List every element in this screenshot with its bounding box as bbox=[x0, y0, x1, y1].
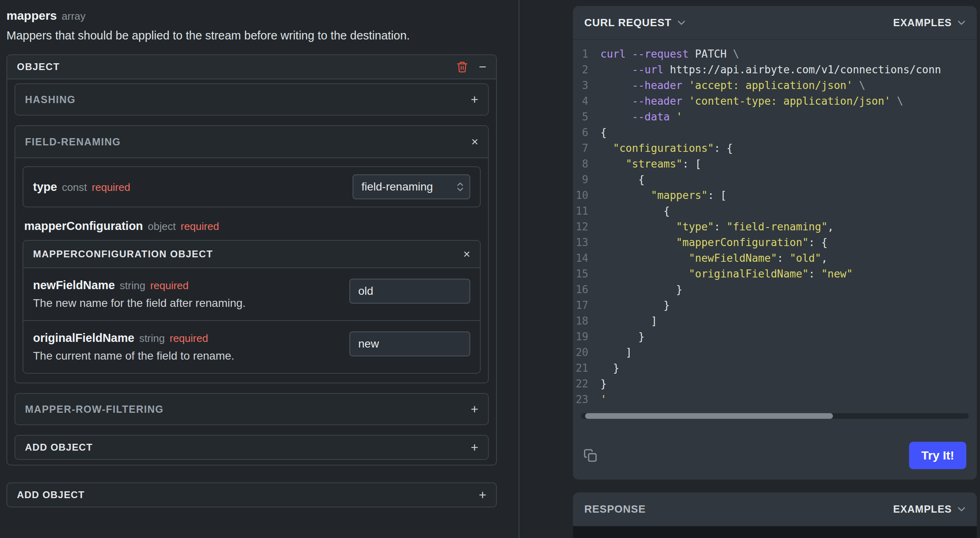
code-line-content: } bbox=[600, 360, 619, 376]
page: mappers array Mappers that should be app… bbox=[0, 0, 980, 538]
required-badge: required bbox=[170, 332, 208, 345]
section-mapper-row-filtering[interactable]: MAPPER-ROW-FILTERING + bbox=[15, 393, 489, 425]
code-line: 12 "type": "field-renaming", bbox=[573, 219, 977, 235]
code-horizontal-scrollbar[interactable] bbox=[581, 413, 969, 419]
code-line: 4 --header 'content-type: application/js… bbox=[573, 93, 977, 109]
copy-icon bbox=[583, 449, 597, 462]
code-line-content: "mappers": [ bbox=[600, 188, 727, 203]
remove-field-renaming-button[interactable]: × bbox=[471, 136, 478, 148]
type-select[interactable]: field-renaming bbox=[353, 174, 470, 199]
required-badge: required bbox=[181, 220, 219, 233]
try-it-button[interactable]: Try It! bbox=[909, 442, 966, 469]
close-mapperconfiguration-button[interactable]: × bbox=[463, 248, 470, 260]
code-line: 22} bbox=[573, 376, 977, 392]
code-line: 2 --url https://api.airbyte.com/v1/conne… bbox=[573, 62, 977, 78]
line-number: 21 bbox=[573, 360, 600, 376]
field-renaming-body: type const required field-renaming bbox=[15, 158, 488, 383]
originalfieldname-description: The current name of the field to rename. bbox=[33, 350, 340, 362]
type-prop-name: type bbox=[33, 180, 57, 194]
curl-panel-header: CURL REQUEST EXAMPLES bbox=[573, 6, 977, 40]
schema-pane: mappers array Mappers that should be app… bbox=[0, 0, 519, 538]
code-line: 15 "originalFieldName": "new" bbox=[573, 266, 977, 282]
api-explorer-pane: CURL REQUEST EXAMPLES 1curl --request PA… bbox=[519, 0, 980, 538]
scrollbar-thumb[interactable] bbox=[585, 413, 833, 419]
code-line-content: } bbox=[600, 298, 670, 313]
newfieldname-label: newFieldName bbox=[33, 279, 115, 292]
line-number: 2 bbox=[573, 62, 600, 78]
code-line: 11 { bbox=[573, 203, 977, 219]
line-number: 3 bbox=[573, 78, 600, 93]
curl-panel-footer: Try It! bbox=[573, 434, 977, 480]
plus-icon: + bbox=[471, 93, 478, 106]
examples-label: EXAMPLES bbox=[893, 17, 952, 29]
newfieldname-description: The new name for the field after renamin… bbox=[33, 297, 340, 310]
required-badge: required bbox=[150, 279, 189, 292]
response-examples-dropdown[interactable]: EXAMPLES bbox=[893, 503, 965, 515]
line-number: 22 bbox=[573, 376, 600, 392]
code-line-content: "type": "field-renaming", bbox=[600, 219, 834, 235]
type-prop-kind: const bbox=[62, 181, 87, 194]
line-number: 4 bbox=[573, 93, 600, 109]
copy-code-button[interactable] bbox=[583, 449, 597, 462]
chevron-down-icon bbox=[677, 20, 685, 25]
curl-request-dropdown[interactable]: CURL REQUEST bbox=[584, 17, 685, 29]
originalfieldname-kind: string bbox=[139, 332, 165, 345]
line-number: 19 bbox=[573, 329, 600, 345]
code-line-content: --header 'accept: application/json' \ bbox=[600, 78, 865, 93]
field-description: Mappers that should be applied to the st… bbox=[6, 29, 497, 42]
mapper-configuration-label: mapperConfiguration object required bbox=[24, 219, 479, 233]
mapperconfiguration-card: MAPPERCONFIGURATION OBJECT × newFieldNam… bbox=[23, 240, 481, 374]
curl-examples-dropdown[interactable]: EXAMPLES bbox=[893, 17, 965, 29]
code-line-content: ] bbox=[600, 345, 632, 360]
code-line: 21 } bbox=[573, 360, 977, 376]
chevron-down-icon bbox=[957, 20, 965, 25]
line-number: 13 bbox=[573, 235, 600, 250]
close-icon: × bbox=[463, 248, 470, 260]
field-heading: mappers array bbox=[6, 9, 497, 23]
response-body bbox=[573, 526, 977, 538]
code-line: 20 ] bbox=[573, 345, 977, 360]
mapper-configuration-kind: object bbox=[148, 220, 176, 233]
response-panel: RESPONSE EXAMPLES bbox=[573, 492, 977, 538]
plus-icon: + bbox=[471, 441, 478, 454]
code-line-content: } bbox=[600, 376, 607, 392]
code-line-content: --data ' bbox=[600, 109, 683, 125]
code-line-content: ' bbox=[600, 392, 607, 408]
newfieldname-kind: string bbox=[120, 279, 145, 292]
code-line-content: { bbox=[600, 172, 645, 188]
line-number: 14 bbox=[573, 250, 600, 266]
field-renaming-title: FIELD-RENAMING bbox=[25, 136, 121, 148]
line-number: 10 bbox=[573, 188, 600, 203]
code-line: 23' bbox=[573, 392, 977, 408]
originalfieldname-input[interactable] bbox=[349, 331, 470, 356]
code-line: 19 } bbox=[573, 329, 977, 345]
section-field-renaming: FIELD-RENAMING × type const required bbox=[15, 125, 489, 383]
code-line-content: "mapperConfiguration": { bbox=[600, 235, 828, 250]
collapse-object-button[interactable]: − bbox=[479, 60, 486, 73]
delete-object-button[interactable] bbox=[456, 61, 468, 73]
add-object-button[interactable]: ADD OBJECT + bbox=[15, 435, 489, 460]
code-line: 13 "mapperConfiguration": { bbox=[573, 235, 977, 250]
add-object-button-bottom[interactable]: ADD OBJECT + bbox=[6, 482, 497, 507]
add-object-label: ADD OBJECT bbox=[25, 442, 93, 453]
section-hashing[interactable]: HASHING + bbox=[15, 83, 489, 116]
minus-icon: − bbox=[479, 60, 486, 73]
code-line-content: curl --request PATCH \ bbox=[600, 46, 739, 62]
field-renaming-header[interactable]: FIELD-RENAMING × bbox=[15, 126, 488, 158]
line-number: 7 bbox=[573, 141, 600, 156]
code-line: 10 "mappers": [ bbox=[573, 188, 977, 203]
code-line-content: { bbox=[600, 203, 670, 219]
line-number: 15 bbox=[573, 266, 600, 282]
code-line-content: "newFieldName": "old", bbox=[600, 250, 828, 266]
field-row-newfieldname: newFieldName string required The new nam… bbox=[23, 268, 480, 320]
object-card-body: HASHING + FIELD-RENAMING × type bbox=[7, 79, 496, 465]
mapperconfiguration-title: MAPPERCONFIGURATION OBJECT bbox=[33, 248, 213, 260]
newfieldname-input[interactable] bbox=[349, 279, 470, 304]
mapper-row-filtering-title: MAPPER-ROW-FILTERING bbox=[25, 404, 164, 415]
examples-label: EXAMPLES bbox=[893, 503, 952, 515]
line-number: 6 bbox=[573, 125, 600, 141]
plus-icon: + bbox=[471, 403, 478, 416]
code-line: 18 ] bbox=[573, 313, 977, 329]
line-number: 1 bbox=[573, 46, 600, 62]
response-panel-header: RESPONSE EXAMPLES bbox=[573, 492, 977, 526]
